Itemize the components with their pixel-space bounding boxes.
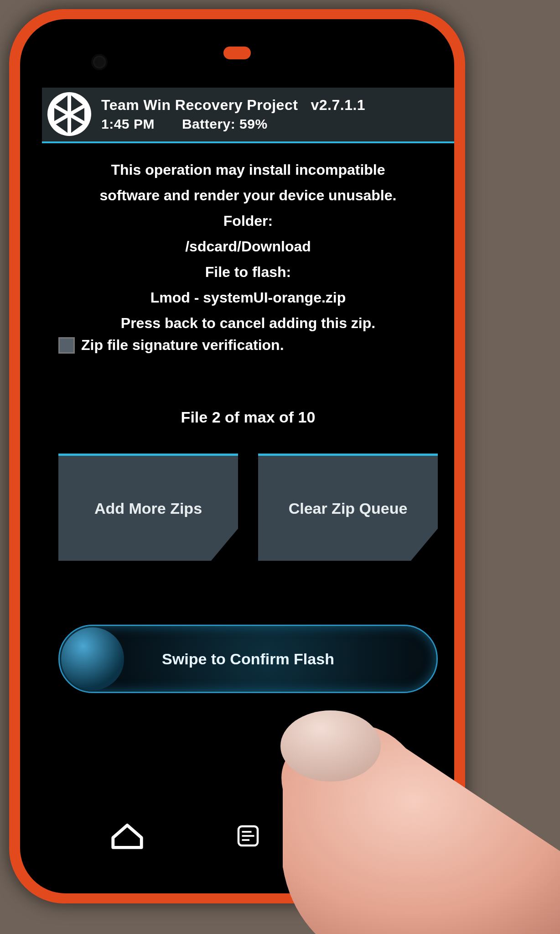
earpiece [223, 47, 251, 59]
swipe-label: Swipe to Confirm Flash [162, 650, 334, 668]
app-version: v2.7.1.1 [311, 97, 366, 113]
warning-line-2: software and render your device unusable… [55, 183, 441, 208]
front-camera [93, 56, 106, 68]
warning-line-1: This operation may install incompatible [55, 157, 441, 183]
checkbox-icon[interactable] [58, 337, 75, 354]
back-icon[interactable] [351, 818, 387, 854]
nav-bar [42, 809, 454, 863]
twrp-logo-icon [47, 91, 92, 137]
phone-chassis: Team Win Recovery Project v2.7.1.1 1:45 … [9, 9, 465, 903]
swipe-confirm-slider[interactable]: Swipe to Confirm Flash [58, 625, 438, 693]
header-bar: Team Win Recovery Project v2.7.1.1 1:45 … [42, 88, 454, 143]
battery-status: Battery: 59% [182, 116, 268, 132]
checkbox-label: Zip file signature verification. [81, 337, 284, 354]
cancel-hint: Press back to cancel adding this zip. [55, 310, 441, 336]
add-more-zips-button[interactable]: Add More Zips [58, 454, 238, 561]
swipe-knob[interactable] [61, 627, 124, 690]
file-name: Lmod - systemUI-orange.zip [55, 285, 441, 310]
folder-label: Folder: [55, 208, 441, 234]
clock-time: 1:45 PM [101, 116, 155, 132]
button-row: Add More Zips Clear Zip Queue [42, 426, 454, 561]
home-icon[interactable] [109, 818, 145, 854]
header-title-row: Team Win Recovery Project v2.7.1.1 [101, 97, 365, 114]
clear-zip-queue-button[interactable]: Clear Zip Queue [258, 454, 438, 561]
folder-path: /sdcard/Download [55, 234, 441, 259]
install-info: This operation may install incompatible … [42, 143, 454, 336]
screen: Team Win Recovery Project v2.7.1.1 1:45 … [42, 88, 454, 863]
phone-bezel: Team Win Recovery Project v2.7.1.1 1:45 … [20, 19, 454, 893]
queue-count: File 2 of max of 10 [42, 408, 454, 426]
file-label: File to flash: [55, 259, 441, 285]
app-title: Team Win Recovery Project [101, 97, 298, 113]
recents-icon[interactable] [234, 822, 262, 850]
zip-signature-row[interactable]: Zip file signature verification. [42, 336, 454, 354]
